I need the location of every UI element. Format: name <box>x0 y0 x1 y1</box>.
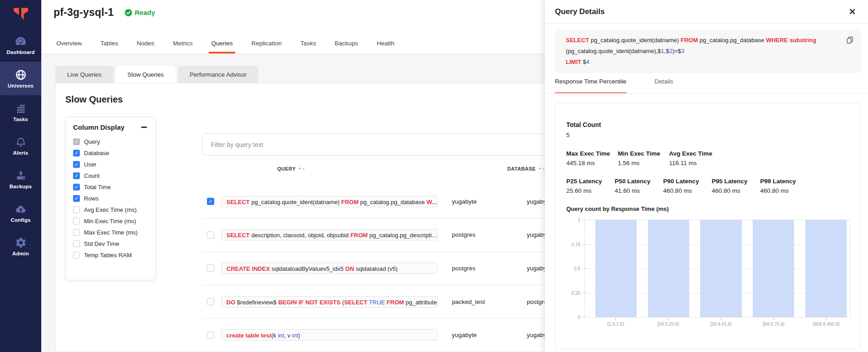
sql-token: DO <box>226 299 235 306</box>
sidebar-item-label: Admin <box>12 251 29 256</box>
column-option-max-exec-time-ms[interactable]: Max Exec Time (ms) <box>66 227 155 238</box>
column-option-database[interactable]: ✓Database <box>66 147 155 159</box>
tab-health[interactable]: Health <box>377 40 394 54</box>
sql-line: SELECT pg_catalog.quote_ident(datname) F… <box>566 35 837 46</box>
column-option-label: Count <box>84 172 100 179</box>
chart-x-labels: [1.5,1.6)[24.0,25.6)[38.4,41.6)[64.0,70.… <box>584 318 850 327</box>
query-cell[interactable]: SELECT description, classoid, objoid, ob… <box>221 229 438 240</box>
sql-token: $redefineview$ <box>235 299 279 306</box>
subtab-live-queries[interactable]: Live Queries <box>55 66 113 83</box>
row-checkbox[interactable] <box>207 298 214 305</box>
y-axis-tick-label: 0.25 <box>565 291 580 296</box>
slow-queries-heading: Slow Queries <box>65 94 123 105</box>
tab-tasks[interactable]: Tasks <box>300 40 316 54</box>
exec-time-stats: Max Exec Time445.18 msMin Exec Time1.56 … <box>566 150 860 166</box>
panel-title: Query Details <box>555 7 605 16</box>
sql-token: 1 <box>661 48 664 54</box>
row-checkbox[interactable] <box>207 264 214 272</box>
column-option-rows[interactable]: ✓Rows <box>66 193 155 204</box>
tab-queries[interactable]: Queries <box>211 40 233 54</box>
sidebar-item-alerts[interactable]: Alerts <box>0 129 41 162</box>
sql-token: ) <box>298 332 300 339</box>
column-option-avg-exec-time-ms[interactable]: Avg Exec Time (ms) <box>66 204 155 215</box>
x-axis-tick <box>615 318 616 320</box>
main-tabs: OverviewTablesNodesMetricsQueriesReplica… <box>56 40 394 54</box>
collapse-button[interactable] <box>139 125 149 130</box>
column-option-checkbox[interactable]: ✓ <box>73 184 80 191</box>
stat-value: 460.80 ms <box>663 187 699 194</box>
subtab-slow-queries[interactable]: Slow Queries <box>116 66 176 83</box>
column-header-database[interactable]: DATABASE <box>507 166 545 171</box>
column-option-checkbox[interactable] <box>73 206 80 213</box>
yugabyte-logo-icon[interactable] <box>0 0 41 28</box>
column-option-count[interactable]: ✓Count <box>66 170 155 181</box>
column-option-checkbox[interactable]: ✓ <box>73 150 80 156</box>
query-cell[interactable]: DO $redefineview$ BEGIN IF NOT EXISTS (S… <box>221 296 438 308</box>
column-option-min-exec-time-ms[interactable]: Min Exec Time (ms) <box>66 215 155 227</box>
x-axis-tick <box>826 318 827 320</box>
column-option-query[interactable]: ✓Query <box>66 136 155 147</box>
sidebar-item-configs[interactable]: Configs <box>0 196 41 230</box>
sidebar-item-label: Universes <box>8 83 34 88</box>
column-option-total-time[interactable]: ✓Total Time <box>66 181 155 193</box>
sidebar-item-tasks[interactable]: Tasks <box>0 95 41 129</box>
row-checkbox[interactable] <box>207 332 214 339</box>
query-filter-input[interactable] <box>202 133 553 156</box>
sql-token: (pg_catalog.quote_ident(datname),$ <box>566 48 661 54</box>
sidebar-item-backups[interactable]: Backups <box>0 162 41 196</box>
stat-label: P25 Latency <box>566 178 602 185</box>
database-cell: postgres <box>452 265 476 272</box>
row-checkbox[interactable]: ✓ <box>207 198 214 205</box>
column-option-checkbox[interactable] <box>73 218 80 225</box>
x-axis-tick <box>668 318 668 320</box>
close-icon[interactable] <box>848 7 857 16</box>
column-option-checkbox[interactable]: ✓ <box>73 161 80 168</box>
sidebar-item-admin[interactable]: Admin <box>0 230 41 263</box>
tab-nodes[interactable]: Nodes <box>137 40 154 54</box>
bars-container <box>585 220 850 317</box>
tab-overview[interactable]: Overview <box>56 40 82 54</box>
column-header-query[interactable]: QUERY <box>277 166 305 171</box>
column-option-user[interactable]: ✓User <box>66 159 155 170</box>
cloud-upload-icon <box>15 203 27 215</box>
query-cell[interactable]: create table test(k int, v int) <box>221 329 438 341</box>
subtab-performance-advisor[interactable]: Performance Advisor <box>178 66 258 83</box>
sidebar: DashboardUniversesTasksAlertsBackupsConf… <box>0 0 41 352</box>
panel-tab-label: Response Time Percentile <box>555 78 627 85</box>
sidebar-item-universes[interactable]: Universes <box>0 62 41 95</box>
column-option-temp-tables-ram[interactable]: Temp Tables RAM <box>66 249 155 261</box>
tab-backups[interactable]: Backups <box>334 40 358 54</box>
column-option-checkbox[interactable]: ✓ <box>73 195 80 202</box>
stat-label: Avg Exec Time <box>669 150 713 157</box>
sidebar-item-dashboard[interactable]: Dashboard <box>0 28 41 62</box>
tab-replication[interactable]: Replication <box>251 40 282 54</box>
stat-value: 1.56 ms <box>618 160 662 166</box>
tab-tables[interactable]: Tables <box>100 40 118 54</box>
tab-label: Queries <box>211 40 233 47</box>
sql-token: FROM <box>681 37 698 44</box>
stat-label: Max Exec Time <box>566 150 610 157</box>
sql-token: $ <box>581 59 586 65</box>
sql-token: ON <box>345 265 354 272</box>
copy-icon[interactable] <box>845 35 855 46</box>
y-axis-tick-label: 0 <box>565 315 580 320</box>
column-option-std-dev-time[interactable]: Std Dev Time <box>66 238 155 249</box>
query-cell[interactable]: CREATE INDEX sqldataloadByValuev5_idx5 O… <box>221 263 438 274</box>
query-cell[interactable]: SELECT pg_catalog.quote_ident(datname) F… <box>221 196 438 207</box>
column-option-label: Total Time <box>84 184 111 191</box>
column-option-checkbox[interactable] <box>73 240 80 247</box>
panel-tab-response-time-percentile[interactable]: Response Time Percentile <box>555 77 627 93</box>
panel-tab-details[interactable]: Details <box>655 77 673 93</box>
status-text: Ready <box>135 9 155 16</box>
tab-label: Replication <box>251 40 282 47</box>
column-option-label: Temp Tables RAM <box>84 252 132 259</box>
stat-value: 116.11 ms <box>669 160 713 166</box>
column-option-checkbox[interactable] <box>73 229 80 236</box>
column-option-checkbox[interactable]: ✓ <box>73 172 80 179</box>
sql-token: 3 <box>681 48 684 54</box>
row-checkbox[interactable] <box>207 231 214 239</box>
tab-metrics[interactable]: Metrics <box>173 40 193 54</box>
sql-token: SELECT <box>226 232 250 239</box>
column-option-checkbox[interactable] <box>73 252 80 259</box>
database-cell: yugabyte <box>452 198 477 205</box>
